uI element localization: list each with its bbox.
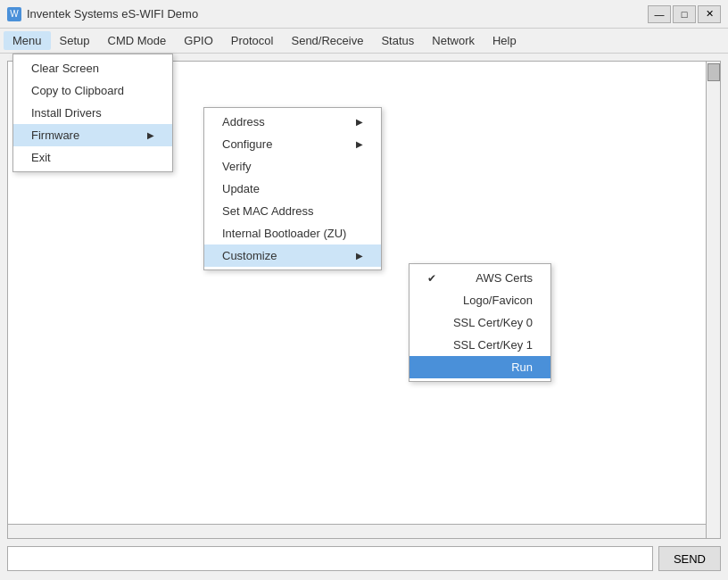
scrollbar-right[interactable] bbox=[706, 62, 720, 538]
menu-item-copy-clipboard[interactable]: Copy to Clipboard bbox=[13, 79, 172, 102]
app-title: Inventek Systems eS-WIFI Demo bbox=[27, 7, 198, 21]
window-controls: — □ ✕ bbox=[648, 5, 721, 23]
menu-item-menu[interactable]: Menu bbox=[4, 31, 51, 50]
menu-item-gpio[interactable]: GPIO bbox=[175, 31, 222, 50]
firmware-internal-bootloader[interactable]: Internal Bootloader (ZU) bbox=[204, 222, 381, 244]
firmware-arrow-icon: ▶ bbox=[147, 130, 154, 140]
menu-item-clear-screen[interactable]: Clear Screen bbox=[13, 57, 172, 79]
configure-arrow-icon: ▶ bbox=[356, 139, 363, 149]
menu-item-install-drivers[interactable]: Install Drivers bbox=[13, 102, 172, 124]
menu-item-exit[interactable]: Exit bbox=[13, 146, 172, 169]
customize-aws-certs[interactable]: ✔ AWS Certs bbox=[410, 267, 550, 289]
menu-bar: Menu Setup CMD Mode GPIO Protocol Send/R… bbox=[0, 29, 728, 54]
customize-submenu: ✔ AWS Certs Logo/Favicon SSL Cert/Key 0 … bbox=[409, 263, 551, 382]
title-bar: W Inventek Systems eS-WIFI Demo — □ ✕ bbox=[0, 0, 728, 29]
send-button[interactable]: SEND bbox=[658, 546, 721, 571]
app-icon: W bbox=[7, 7, 21, 21]
close-button[interactable]: ✕ bbox=[698, 5, 721, 23]
firmware-address[interactable]: Address ▶ bbox=[204, 111, 381, 133]
firmware-submenu: Address ▶ Configure ▶ Verify Update Set … bbox=[203, 107, 382, 270]
menu-item-setup[interactable]: Setup bbox=[51, 31, 99, 50]
customize-arrow-icon: ▶ bbox=[356, 251, 363, 261]
firmware-update[interactable]: Update bbox=[204, 178, 381, 200]
menu-item-help[interactable]: Help bbox=[484, 31, 525, 50]
bottom-bar: SEND bbox=[7, 544, 721, 573]
firmware-verify[interactable]: Verify bbox=[204, 155, 381, 178]
customize-run[interactable]: Run bbox=[410, 356, 550, 378]
firmware-configure[interactable]: Configure ▶ bbox=[204, 133, 381, 155]
menu-item-send-receive[interactable]: Send/Receive bbox=[282, 31, 372, 50]
aws-certs-check-icon: ✔ bbox=[427, 272, 436, 285]
command-input[interactable] bbox=[7, 546, 653, 571]
customize-logo-favicon[interactable]: Logo/Favicon bbox=[410, 289, 550, 311]
customize-ssl-cert-key-0[interactable]: SSL Cert/Key 0 bbox=[410, 311, 550, 334]
menu-dropdown: Clear Screen Copy to Clipboard Install D… bbox=[12, 54, 173, 172]
menu-item-network[interactable]: Network bbox=[423, 31, 484, 50]
scrollbar-thumb[interactable] bbox=[707, 63, 720, 81]
menu-item-status[interactable]: Status bbox=[372, 31, 423, 50]
menu-item-protocol[interactable]: Protocol bbox=[222, 31, 283, 50]
menu-item-cmd-mode[interactable]: CMD Mode bbox=[99, 31, 176, 50]
menu-item-firmware[interactable]: Firmware ▶ bbox=[13, 124, 172, 146]
scrollbar-bottom[interactable] bbox=[8, 524, 706, 538]
customize-ssl-cert-key-1[interactable]: SSL Cert/Key 1 bbox=[410, 334, 550, 356]
minimize-button[interactable]: — bbox=[648, 5, 671, 23]
firmware-set-mac[interactable]: Set MAC Address bbox=[204, 200, 381, 222]
maximize-button[interactable]: □ bbox=[673, 5, 696, 23]
firmware-customize[interactable]: Customize ▶ bbox=[204, 244, 381, 267]
address-arrow-icon: ▶ bbox=[356, 117, 363, 127]
